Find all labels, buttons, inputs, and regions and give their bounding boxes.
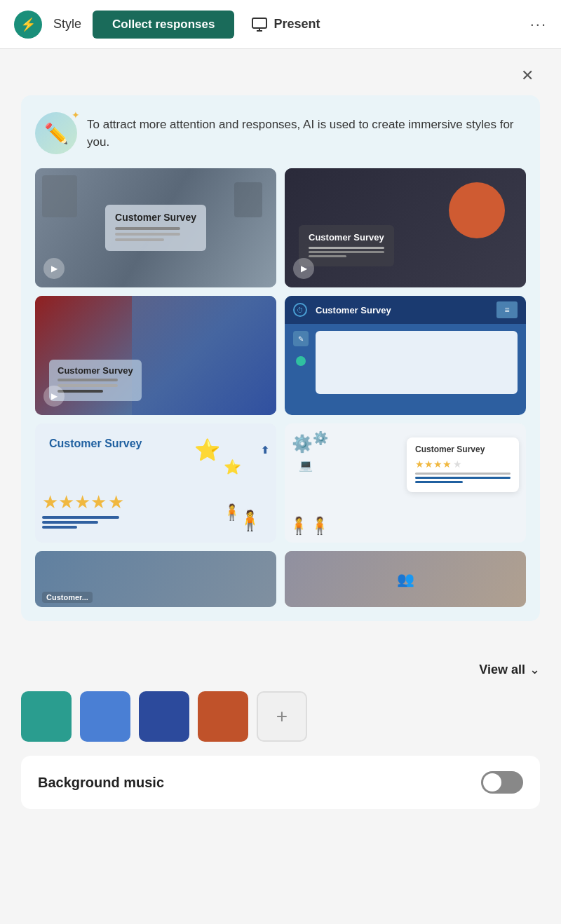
view-all-button[interactable]: View all [479,663,525,677]
card-4-content-box [316,331,518,394]
clock-icon: ⏱ [293,303,307,317]
card-6-title: Customer Survey [415,444,511,454]
card-6-line-2 [415,477,511,479]
ai-banner-text: To attract more attention and responses,… [87,116,526,151]
logo-icon: ⚡ [20,17,36,32]
card-1-title: Customer Survey [115,212,196,223]
background-music-label: Background music [38,775,164,791]
card-3-line-1 [58,379,118,381]
add-color-button[interactable]: + [257,691,307,742]
swatch-blue[interactable] [80,691,130,742]
svg-rect-0 [252,18,266,28]
background-music-toggle[interactable] [481,771,523,794]
play-button-1[interactable]: ▶ [43,258,65,279]
card-1-overlay: Customer Survey [35,168,276,287]
card-4-doc-icon: ≡ [496,301,518,318]
style-card-8[interactable]: 👥 [285,551,526,607]
close-row: ✕ [21,63,540,88]
view-all-row: View all ⌄ [21,662,540,677]
swatch-rust[interactable] [198,691,248,742]
style-tab[interactable]: Style [53,17,81,32]
style-grid: Customer Survey ▶ Customer Survey [35,168,526,543]
card-5-title: Customer Survey [49,437,142,450]
card-4-edit-icon: ✎ [293,331,309,346]
background-music-section: Background music [21,756,540,809]
card-2-orange [449,182,505,238]
card-1-line-2 [115,233,180,236]
card-3-line-3 [58,390,103,393]
style-card-3[interactable]: Customer Survey ▶ [35,296,276,415]
play-button-2[interactable]: ▶ [293,258,314,279]
card-4-title: Customer Survey [316,305,391,315]
more-options-button[interactable]: ··· [530,15,547,34]
swatch-teal[interactable] [21,691,72,742]
card-3-title: Customer Survey [58,365,133,376]
play-button-3[interactable]: ▶ [43,386,65,407]
card-1-line-3 [115,238,164,241]
pencil-icon: ✏️ [44,122,69,145]
swatch-dark-blue[interactable] [139,691,189,742]
style-card-1[interactable]: Customer Survey ▶ [35,168,276,287]
ai-icon: ✏️ ✦ [35,112,77,154]
style-card-2[interactable]: Customer Survey ▶ [285,168,526,287]
color-swatches: + [0,677,561,749]
card-1-line-1 [115,227,180,230]
close-button[interactable]: ✕ [515,63,540,88]
card-2-content: Customer Survey [299,225,394,266]
card-6-stars: ★★★★★ [415,458,511,470]
card-2-line-3 [309,255,346,257]
card-6-line-1 [415,473,511,475]
sparkle-icon: ✦ [72,109,80,121]
main-panel: ✕ ✏️ ✦ To attract more attention and res… [0,49,561,649]
card-2-line-1 [309,247,384,249]
monitor-icon [251,16,268,33]
style-card-5[interactable]: Customer Survey ★★★★★ 🧍 🧍 ⬆ [35,423,276,543]
card-2-line-2 [309,251,384,253]
style-card-7[interactable]: Customer... [35,551,276,607]
style-card-4[interactable]: ⏱ Customer Survey ≡ ✎ [285,296,526,415]
card-6-content: Customer Survey ★★★★★ [407,437,519,492]
top-navigation: ⚡ Style Collect responses Present ··· [0,0,561,49]
card-4-dot [296,356,306,366]
collect-responses-button[interactable]: Collect responses [93,11,234,39]
card-4-header: ⏱ Customer Survey ≡ [285,296,526,324]
card-6-line-3 [415,481,463,483]
card-4-body: ✎ [285,324,526,401]
chevron-down-icon[interactable]: ⌄ [529,662,540,677]
ai-banner: ✏️ ✦ To attract more attention and respo… [35,112,526,154]
style-card-6[interactable]: Customer Survey ★★★★★ ⚙️ ⚙️ 🧍🧍 💻 [285,423,526,543]
present-label: Present [273,17,320,32]
card-2-title: Customer Survey [309,232,384,243]
card-3-line-2 [58,384,118,387]
toggle-knob [483,773,501,791]
present-button[interactable]: Present [251,16,320,33]
card-1-content: Customer Survey [105,205,206,251]
bottom-cards-row: Customer... 👥 [35,551,526,607]
app-logo[interactable]: ⚡ [14,11,42,39]
ai-styles-panel: ✏️ ✦ To attract more attention and respo… [21,95,540,621]
